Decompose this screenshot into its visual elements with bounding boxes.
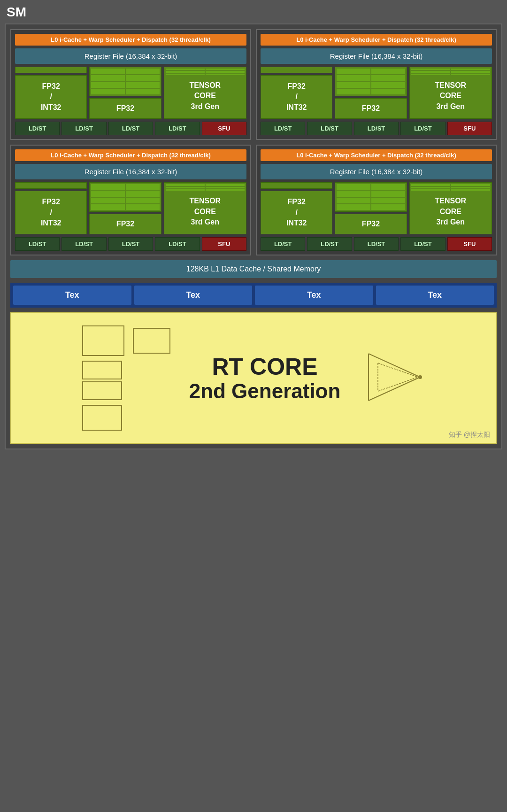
ldst-box-2-4: LD/ST xyxy=(400,122,445,135)
page-wrapper: SM L0 i-Cache + Warp Scheduler + Dispatc… xyxy=(5,5,502,449)
ldst-box-1-3: LD/ST xyxy=(108,122,153,135)
svg-line-0 xyxy=(369,354,420,377)
svg-line-5 xyxy=(378,377,418,391)
tensor-core-label-4: TENSORCORE3rd Gen xyxy=(410,192,492,234)
l0-cache-bar-4: L0 i-Cache + Warp Scheduler + Dispatch (… xyxy=(261,149,492,161)
top-quadrants-row: L0 i-Cache + Warp Scheduler + Dispatch (… xyxy=(10,29,497,140)
tex-box-3: Tex xyxy=(255,286,373,305)
ldst-row-4: LD/ST LD/ST LD/ST LD/ST SFU xyxy=(261,237,492,251)
ldst-box-3-4: LD/ST xyxy=(155,237,200,251)
ldst-box-2-3: LD/ST xyxy=(354,122,399,135)
fp32-label-3: FP32 xyxy=(89,214,161,234)
fp32-label-2: FP32 xyxy=(335,98,407,119)
register-file-bar-1: Register File (16,384 x 32-bit) xyxy=(15,48,246,64)
ldst-box-3-1: LD/ST xyxy=(15,237,60,251)
ldst-box-4-4: LD/ST xyxy=(400,237,445,251)
quadrant-1: L0 i-Cache + Warp Scheduler + Dispatch (… xyxy=(10,29,251,140)
quadrant-4: L0 i-Cache + Warp Scheduler + Dispatch (… xyxy=(256,145,497,255)
sfu-box-2: SFU xyxy=(447,122,492,135)
tex-box-4: Tex xyxy=(376,286,494,305)
l0-cache-bar-1: L0 i-Cache + Warp Scheduler + Dispatch (… xyxy=(15,34,246,46)
sm-outer: L0 i-Cache + Warp Scheduler + Dispatch (… xyxy=(5,23,502,449)
ldst-box-4-1: LD/ST xyxy=(261,237,305,251)
ldst-box-1-1: LD/ST xyxy=(15,122,60,135)
ldst-row-2: LD/ST LD/ST LD/ST LD/ST SFU xyxy=(261,122,492,135)
ldst-box-4-2: LD/ST xyxy=(307,237,352,251)
tex-box-2: Tex xyxy=(134,286,253,305)
tensor-core-label-2: TENSORCORE3rd Gen xyxy=(410,77,492,118)
l1-cache-bar: 128KB L1 Data Cache / Shared Memory xyxy=(10,260,497,278)
ldst-box-3-3: LD/ST xyxy=(108,237,153,251)
sfu-box-4: SFU xyxy=(447,237,492,251)
l0-cache-bar-3: L0 i-Cache + Warp Scheduler + Dispatch (… xyxy=(15,149,246,161)
ldst-row-1: LD/ST LD/ST LD/ST LD/ST SFU xyxy=(15,122,246,135)
ldst-box-1-2: LD/ST xyxy=(61,122,106,135)
fp32-int32-label-1: FP32/INT32 xyxy=(15,75,87,119)
ldst-row-3: LD/ST LD/ST LD/ST LD/ST SFU xyxy=(15,237,246,251)
ldst-box-2-1: LD/ST xyxy=(261,122,305,135)
fp32-int32-label-2: FP32/INT32 xyxy=(261,75,332,119)
rt-core-text: RT CORE 2nd Generation xyxy=(189,354,341,402)
ldst-box-1-4: LD/ST xyxy=(155,122,200,135)
rt-core-section: RT CORE 2nd Generation 知乎 @捏太阳 xyxy=(10,312,497,444)
register-file-bar-2: Register File (16,384 x 32-bit) xyxy=(261,48,492,64)
rt-core-title-line2: 2nd Generation xyxy=(189,380,341,402)
l0-cache-bar-2: L0 i-Cache + Warp Scheduler + Dispatch (… xyxy=(261,34,492,46)
fp32-int32-label-4: FP32/INT32 xyxy=(261,191,332,234)
ldst-box-3-2: LD/ST xyxy=(61,237,106,251)
quadrant-2: L0 i-Cache + Warp Scheduler + Dispatch (… xyxy=(256,29,497,140)
ldst-box-4-3: LD/ST xyxy=(354,237,399,251)
fp32-int32-label-3: FP32/INT32 xyxy=(15,191,87,234)
tex-row: Tex Tex Tex Tex xyxy=(10,283,497,308)
sfu-box-3: SFU xyxy=(202,237,246,251)
sm-label: SM xyxy=(5,5,502,20)
fp32-label-4: FP32 xyxy=(335,214,407,234)
sfu-box-1: SFU xyxy=(202,122,246,135)
tex-box-1: Tex xyxy=(13,286,131,305)
bottom-quadrants-row: L0 i-Cache + Warp Scheduler + Dispatch (… xyxy=(10,145,497,255)
svg-point-3 xyxy=(418,375,422,379)
watermark: 知乎 @捏太阳 xyxy=(449,431,490,439)
tensor-core-label-3: TENSORCORE3rd Gen xyxy=(164,192,246,234)
rt-core-title-line1: RT CORE xyxy=(189,354,341,380)
register-file-bar-4: Register File (16,384 x 32-bit) xyxy=(261,164,492,179)
svg-line-1 xyxy=(369,377,420,401)
register-file-bar-3: Register File (16,384 x 32-bit) xyxy=(15,164,246,179)
quadrant-3: L0 i-Cache + Warp Scheduler + Dispatch (… xyxy=(10,145,251,255)
ldst-box-2-2: LD/ST xyxy=(307,122,352,135)
fp32-label-1: FP32 xyxy=(89,98,161,119)
tensor-core-label-1: TENSORCORE3rd Gen xyxy=(164,77,246,118)
svg-line-4 xyxy=(378,363,418,377)
rt-triangle-diagram xyxy=(364,349,425,407)
rt-diagrams xyxy=(82,325,170,431)
